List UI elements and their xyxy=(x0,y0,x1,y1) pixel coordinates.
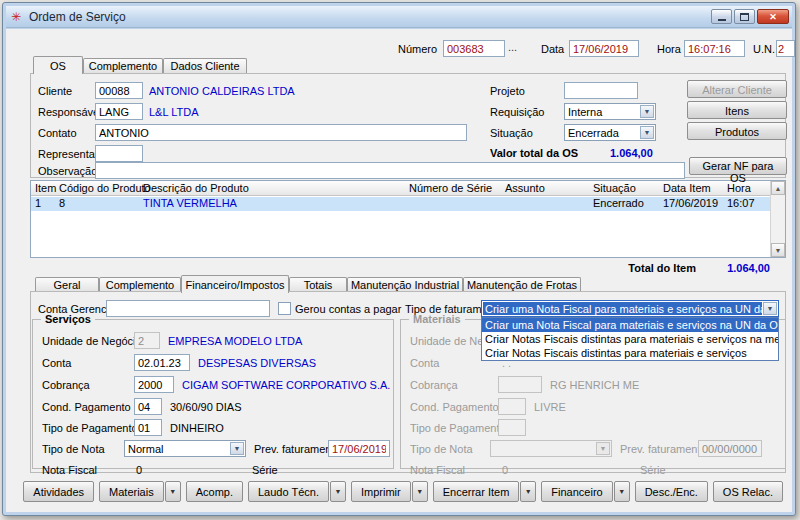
situacao-label: Situação xyxy=(490,127,533,139)
materiais-button[interactable]: Materiais xyxy=(99,481,164,502)
imprimir-dropdown-arrow-button[interactable]: ▼ xyxy=(412,481,428,502)
financeiro-dropdown-arrow-button[interactable]: ▼ xyxy=(614,481,630,502)
chevron-down-icon[interactable]: ▼ xyxy=(640,126,654,139)
servicos-cond-pagamento-field[interactable] xyxy=(134,398,162,415)
cliente-name: ANTONIO CALDEIRAS LTDA xyxy=(149,85,295,97)
chevron-down-icon: ▼ xyxy=(596,442,610,455)
tab-manutencao-industrial[interactable]: Manutenção Industrial xyxy=(347,277,463,292)
servicos-prev-faturamento-field[interactable] xyxy=(328,440,390,457)
servicos-cobranca-label: Cobrança xyxy=(42,379,90,391)
un-field[interactable] xyxy=(776,40,795,57)
tipo-faturamento-combo[interactable]: Criar uma Nota Fiscal para materiais e s… xyxy=(481,300,779,317)
servicos-cobranca-name: CIGAM SOFTWARE CORPORATIVO S.A. xyxy=(182,379,390,391)
servicos-tipo-nota-value: Normal xyxy=(126,442,229,455)
servicos-nota-fiscal-label: Nota Fiscal xyxy=(42,464,97,476)
gerou-contas-checkbox[interactable] xyxy=(278,302,291,315)
servicos-cobranca-field[interactable] xyxy=(134,376,174,393)
cell-situacao: Encerrado xyxy=(593,197,644,209)
projeto-field[interactable] xyxy=(564,82,638,99)
maximize-button[interactable] xyxy=(734,9,755,24)
servicos-tipo-nota-label: Tipo de Nota xyxy=(42,443,105,455)
observacao-field[interactable] xyxy=(95,162,685,179)
numero-lookup-button[interactable]: ... xyxy=(508,41,517,53)
col-assunto[interactable]: Assunto xyxy=(505,182,545,194)
atividades-button[interactable]: Atividades xyxy=(23,481,94,502)
maximize-icon xyxy=(740,13,749,21)
materiais-dropdown-arrow-button[interactable]: ▼ xyxy=(165,481,181,502)
produtos-button[interactable]: Produtos xyxy=(687,122,787,140)
col-data-item[interactable]: Data Item xyxy=(663,182,711,194)
representante-field[interactable] xyxy=(95,145,143,162)
tab-totais[interactable]: Totais xyxy=(289,277,347,292)
tab-manutencao-frotas[interactable]: Manutenção de Frotas xyxy=(463,277,581,292)
valor-total-value: 1.064,00 xyxy=(610,147,653,159)
total-item-label: Total do Item xyxy=(606,262,696,274)
hora-field[interactable] xyxy=(684,40,745,57)
requisicao-value: Interna xyxy=(566,105,639,118)
col-item[interactable]: Item xyxy=(35,182,56,194)
laudo-tecnico-button[interactable]: Laudo Técn. xyxy=(248,481,329,502)
servicos-conta-field[interactable] xyxy=(134,354,190,371)
contato-label: Contato xyxy=(38,127,77,139)
materiais-conta-label: Conta xyxy=(410,357,439,369)
imprimir-button[interactable]: Imprimir xyxy=(351,481,411,502)
gerar-nf-button[interactable]: Gerar NF para OS xyxy=(689,157,787,175)
materiais-tipo-nota-combo: ▼ xyxy=(490,440,612,457)
requisicao-label: Requisição xyxy=(490,106,544,118)
tab-os[interactable]: OS xyxy=(33,56,83,74)
col-codigo-produto[interactable]: Código do Produto xyxy=(59,182,151,194)
dropdown-option-1[interactable]: Criar uma Nota Fiscal para materiais e s… xyxy=(482,318,778,332)
close-button[interactable]: ✕ xyxy=(757,9,789,24)
materiais-cond-pagamento-label: Cond. Pagamento xyxy=(410,401,499,413)
laudo-dropdown-arrow-button[interactable]: ▼ xyxy=(330,481,346,502)
grid-scrollbar[interactable]: ▲ ▼ xyxy=(770,181,785,257)
itens-button[interactable]: Itens xyxy=(687,101,787,119)
materiais-button-group: Materiais ▼ xyxy=(99,481,181,502)
ordem-de-servico-window: ✳ Ordem de Serviço ✕ Número ... Data Hor… xyxy=(2,2,796,516)
col-descricao-produto[interactable]: Descrição do Produto xyxy=(143,182,249,194)
tab-geral[interactable]: Geral xyxy=(35,277,99,292)
os-relac-button[interactable]: OS Relac. xyxy=(713,481,783,502)
materiais-cobranca-name: RG HENRICH ME xyxy=(550,379,639,391)
situacao-combo[interactable]: Encerrada ▼ xyxy=(564,124,656,141)
chevron-down-icon[interactable]: ▼ xyxy=(230,442,244,455)
numero-field[interactable] xyxy=(443,40,505,57)
encerrar-item-button[interactable]: Encerrar Item xyxy=(433,481,520,502)
materiais-cobranca-field xyxy=(498,376,542,393)
responsavel-name: L&L LTDA xyxy=(149,106,199,118)
desc-enc-button[interactable]: Desc./Enc. xyxy=(635,481,708,502)
minimize-button[interactable] xyxy=(711,9,732,24)
scroll-up-icon[interactable]: ▲ xyxy=(771,181,785,195)
contato-field[interactable] xyxy=(95,124,467,141)
tab-complemento-2[interactable]: Complemento xyxy=(99,277,181,292)
materiais-nota-fiscal-value: 0 xyxy=(502,464,508,476)
tab-complemento[interactable]: Complemento xyxy=(83,58,163,73)
dropdown-option-3[interactable]: Criar Notas Fiscais distintas para mater… xyxy=(482,346,778,360)
tipo-faturamento-value: Criar uma Nota Fiscal para materiais e s… xyxy=(483,302,762,315)
window-content: Número ... Data Hora U.N. OS Complemento… xyxy=(6,29,792,512)
servicos-conta-label: Conta xyxy=(42,357,71,369)
servicos-tipo-nota-combo[interactable]: Normal ▼ xyxy=(124,440,246,457)
encerrar-item-dropdown-arrow-button[interactable]: ▼ xyxy=(520,481,536,502)
table-row[interactable]: 1 8 TINTA VERMELHA Encerrado 17/06/2019 … xyxy=(31,197,770,211)
col-numero-serie[interactable]: Número de Série xyxy=(409,182,492,194)
acomp-button[interactable]: Acomp. xyxy=(186,481,243,502)
financeiro-button[interactable]: Financeiro xyxy=(541,481,612,502)
col-situacao[interactable]: Situação xyxy=(593,182,636,194)
tab-dados-cliente[interactable]: Dados Cliente xyxy=(163,58,247,73)
conta-gerencial-field[interactable] xyxy=(106,300,270,317)
responsavel-code-field[interactable] xyxy=(95,103,143,120)
materiais-cond-pagamento-field xyxy=(498,398,526,415)
data-field[interactable] xyxy=(569,40,639,57)
requisicao-combo[interactable]: Interna ▼ xyxy=(564,103,656,120)
chevron-down-icon[interactable]: ▼ xyxy=(640,105,654,118)
tab-financeiro-impostos[interactable]: Financeiro/Impostos xyxy=(181,275,289,293)
scroll-down-icon[interactable]: ▼ xyxy=(771,243,785,257)
dropdown-option-2[interactable]: Criar Notas Fiscais distintas para mater… xyxy=(482,332,778,346)
title-bar[interactable]: ✳ Ordem de Serviço ✕ xyxy=(6,6,792,28)
cliente-code-field[interactable] xyxy=(95,82,143,99)
servicos-tipo-pagamento-field[interactable] xyxy=(134,419,162,436)
app-icon: ✳ xyxy=(11,10,27,24)
chevron-down-icon[interactable]: ▼ xyxy=(763,302,777,315)
valor-total-label: Valor total da OS xyxy=(490,147,578,159)
